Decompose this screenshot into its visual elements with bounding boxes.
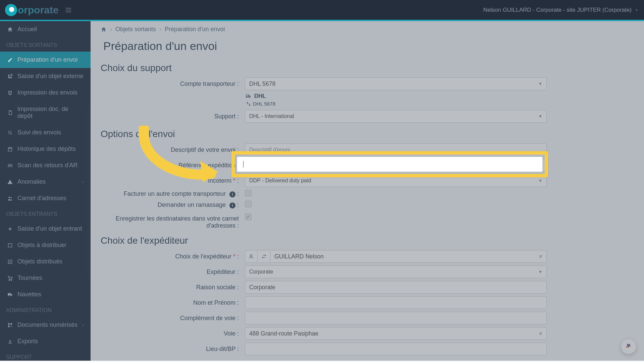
clear-icon[interactable]: ×: [539, 330, 542, 337]
sidebar-item-label: Historique des dépôts: [17, 145, 76, 153]
sidebar-item-label: Anomalies: [17, 178, 46, 185]
facturer-label: Facturer un autre compte transporteur i …: [101, 190, 245, 197]
section-options-title: Options de l'envoi: [91, 124, 644, 142]
support-select[interactable]: DHL - International ▼: [245, 110, 547, 123]
svg-rect-6: [8, 147, 12, 151]
annotation-highlight: [231, 151, 548, 177]
section-exped-title: Choix de l'expéditeur: [91, 231, 644, 249]
clear-icon[interactable]: ×: [539, 253, 542, 260]
svg-rect-26: [8, 325, 10, 327]
svg-rect-13: [10, 164, 11, 167]
sidebar-item-distribues[interactable]: Objets distribués: [0, 253, 91, 270]
sidebar-item-exports[interactable]: Exports: [0, 333, 91, 350]
calendar-icon: [7, 146, 13, 153]
sidebar-item-label: Navettes: [17, 291, 41, 298]
breadcrumb-l1[interactable]: Objets sortants: [115, 26, 156, 33]
sidebar-item-suivi[interactable]: Suivi des envois: [0, 124, 91, 141]
facturer-checkbox[interactable]: [245, 190, 252, 196]
lieu-label: Lieu-dit/BP :: [101, 346, 245, 353]
sidebar-item-distribuer[interactable]: Objets à distribuer: [0, 237, 91, 253]
swap-button[interactable]: [258, 250, 270, 263]
breadcrumb-home[interactable]: [101, 26, 107, 33]
svg-point-16: [9, 196, 10, 198]
svg-rect-25: [10, 323, 12, 325]
svg-rect-3: [9, 92, 11, 94]
info-icon[interactable]: i: [229, 191, 235, 197]
svg-rect-21: [8, 260, 12, 263]
sidebar-header-sortants: OBJETS SORTANTS: [0, 38, 91, 52]
choix-exped-input[interactable]: GUILLARD Nelson ×: [270, 250, 547, 263]
check-icon: [7, 258, 13, 265]
user-menu[interactable]: Nelson GUILLARD - Corporate - site JUPIT…: [483, 7, 639, 13]
help-button[interactable]: [621, 339, 636, 354]
svg-rect-20: [8, 243, 12, 247]
svg-point-4: [8, 131, 11, 133]
sidebar-header-admin: ADMINISTRATION: [0, 303, 91, 317]
breadcrumb-l2: Préparation d'un envoi: [165, 26, 225, 33]
branch-icon: [246, 102, 251, 106]
comp-label: Complément de voie :: [101, 315, 245, 322]
sidebar-item-impression-doc[interactable]: Impression doc. de dépôt: [0, 101, 91, 124]
sidebar-item-label: Impression doc. de dépôt: [17, 106, 84, 120]
sidebar-item-label: Objets à distribuer: [17, 242, 66, 249]
sidebar-item-historique[interactable]: Historique des dépôts: [0, 141, 91, 157]
chevron-down-icon: ▼: [538, 269, 542, 274]
nom-input[interactable]: [245, 296, 547, 309]
sidebar-toggle[interactable]: [65, 6, 72, 14]
enreg-checkbox[interactable]: ✓: [245, 214, 252, 220]
compte-select[interactable]: DHL 5678 ▼: [245, 77, 547, 90]
box-icon: [7, 242, 13, 249]
comp-input[interactable]: [245, 312, 547, 324]
external-icon: [7, 73, 13, 80]
sidebar-header-entrants: OBJETS ENTRANTS: [0, 206, 91, 221]
user-picker-button[interactable]: [245, 250, 258, 263]
ramassage-label: Demander un ramassage i :: [101, 201, 245, 208]
sidebar-item-label: Scan des retours d'AR: [17, 162, 78, 169]
carrier-brand: DHL: [245, 93, 644, 100]
sidebar-item-navettes[interactable]: Navettes: [0, 286, 91, 303]
sidebar-item-documents[interactable]: Documents numérisés ‹: [0, 317, 91, 333]
sidebar-item-label: Suivi des envois: [17, 129, 61, 136]
sidebar-item-label: Objets distribués: [17, 258, 62, 265]
page-title: Préparation d'un envoi: [91, 38, 644, 58]
brand-logo[interactable]: orporate: [5, 4, 59, 16]
sidebar-item-label: Documents numérisés: [17, 321, 77, 328]
svg-point-22: [9, 280, 10, 280]
exped-select[interactable]: Corporate ▼: [245, 265, 547, 278]
download-icon: [7, 338, 13, 345]
svg-line-5: [11, 133, 12, 134]
raison-input[interactable]: Corporate: [245, 281, 547, 294]
sidebar-item-impression-envois[interactable]: Impression des envois: [0, 84, 91, 101]
sidebar-item-scan[interactable]: Scan des retours d'AR: [0, 157, 91, 174]
truck-icon: [245, 94, 252, 99]
ramassage-checkbox[interactable]: [245, 201, 252, 207]
desc-label: Descriptif de votre envoi :: [101, 146, 245, 154]
sidebar-item-preparation[interactable]: Préparation d'un envoi: [0, 52, 91, 68]
sidebar-item-saisie-externe[interactable]: Saisie d'un objet externe: [0, 68, 91, 84]
sidebar-item-label: Saisie d'un objet entrant: [17, 225, 82, 232]
sidebar: Accueil OBJETS SORTANTS Préparation d'un…: [0, 21, 91, 361]
sidebar-item-label: Saisie d'un objet externe: [17, 73, 84, 80]
chevron-left-icon: ‹: [83, 180, 84, 184]
chevron-down-icon: ▼: [538, 81, 542, 86]
sidebar-item-label: Carnet d'adresses: [17, 195, 66, 202]
chevron-down-icon: ▼: [538, 114, 542, 119]
info-icon[interactable]: i: [229, 202, 235, 208]
support-label: Support :: [101, 113, 245, 120]
sidebar-item-accueil[interactable]: Accueil: [0, 21, 91, 38]
sidebar-item-anomalies[interactable]: Anomalies ‹: [0, 174, 91, 190]
chevron-down-icon: [634, 8, 639, 12]
warn-icon: [7, 179, 13, 185]
lieu-input[interactable]: [245, 343, 547, 355]
exped-label: Expéditeur :: [101, 268, 245, 276]
sidebar-item-saisie-entrant[interactable]: Saisie d'un objet entrant: [0, 221, 91, 237]
breadcrumb: › Objets sortants › Préparation d'un env…: [91, 21, 644, 38]
sidebar-item-tournees[interactable]: Tournées: [0, 270, 91, 286]
voie-input[interactable]: 488 Grand-route Pasiphae×: [245, 327, 547, 340]
chevron-down-icon: ▼: [538, 178, 542, 183]
sidebar-item-carnet[interactable]: Carnet d'adresses: [0, 190, 91, 206]
svg-rect-11: [9, 164, 9, 167]
ref-label: Référence expédition :: [101, 162, 245, 169]
doc-icon: [7, 109, 13, 116]
logo-icon: [5, 4, 17, 16]
